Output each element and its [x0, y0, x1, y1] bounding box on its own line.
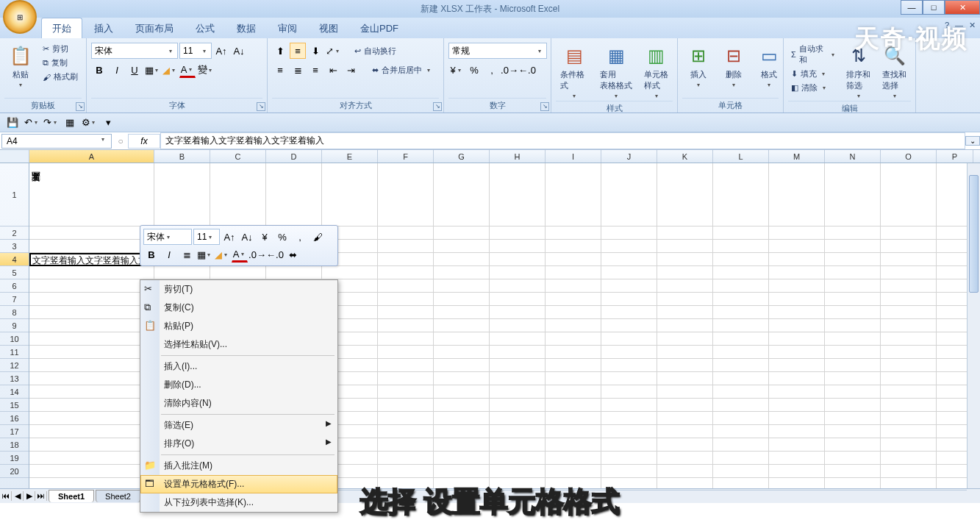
- currency-button[interactable]: ¥▾: [448, 62, 465, 78]
- ctx-filter[interactable]: 筛选(E)▶: [140, 416, 337, 435]
- tab-insert[interactable]: 插入: [84, 18, 124, 38]
- row-header-20[interactable]: 20: [0, 465, 29, 478]
- col-header-O[interactable]: O: [881, 150, 937, 163]
- mini-font-combo[interactable]: 宋体▾: [143, 229, 192, 245]
- undo-button[interactable]: ↶▾: [24, 115, 40, 131]
- row-header-12[interactable]: 12: [0, 359, 29, 372]
- expand-formula-bar[interactable]: ⌄: [965, 136, 980, 146]
- mini-dec-decimal[interactable]: ←.0: [267, 246, 283, 263]
- mini-currency[interactable]: ¥: [257, 229, 273, 245]
- office-button[interactable]: ⊞: [3, 0, 37, 34]
- row-header-5[interactable]: 5: [0, 266, 29, 279]
- col-header-K[interactable]: K: [657, 150, 713, 163]
- decrease-indent-button[interactable]: ⇤: [325, 62, 341, 78]
- col-header-C[interactable]: C: [210, 150, 266, 163]
- sheet-nav-first[interactable]: ⏮: [0, 491, 12, 501]
- ctx-pick-from-list[interactable]: 从下拉列表中选择(K)...: [140, 493, 337, 512]
- comma-button[interactable]: ,: [484, 62, 500, 78]
- align-top-button[interactable]: ⬆: [272, 43, 288, 59]
- grow-font-button[interactable]: A↑: [213, 43, 229, 59]
- percent-button[interactable]: %: [466, 62, 482, 78]
- col-header-J[interactable]: J: [601, 150, 657, 163]
- row-header-7[interactable]: 7: [0, 293, 29, 306]
- maximize-button[interactable]: □: [923, 0, 945, 15]
- align-left-button[interactable]: ≡: [272, 62, 288, 78]
- tab-pagelayout[interactable]: 页面布局: [125, 18, 184, 38]
- decrease-decimal-button[interactable]: ←.0: [519, 62, 535, 78]
- row-header-6[interactable]: 6: [0, 279, 29, 293]
- conditional-format-button[interactable]: ▤条件格式▾: [556, 43, 593, 101]
- qat-customize[interactable]: ▾: [100, 115, 116, 131]
- row-header-1[interactable]: 1: [0, 163, 29, 226]
- mini-format-painter[interactable]: 🖌: [310, 229, 326, 245]
- mini-bold[interactable]: B: [143, 246, 160, 263]
- col-header-L[interactable]: L: [713, 150, 769, 163]
- row-header-17[interactable]: 17: [0, 425, 29, 438]
- tab-pdf[interactable]: 金山PDF: [350, 18, 409, 38]
- italic-button[interactable]: I: [109, 62, 125, 78]
- col-header-B[interactable]: B: [154, 150, 210, 163]
- tab-data[interactable]: 数据: [226, 18, 266, 38]
- mini-size-combo[interactable]: 11▾: [193, 229, 220, 245]
- number-format-combo[interactable]: 常规▾: [448, 43, 547, 59]
- underline-button[interactable]: U: [126, 62, 143, 78]
- col-header-A[interactable]: A: [29, 150, 154, 163]
- format-painter-button[interactable]: 🖌格式刷: [40, 71, 81, 83]
- align-center-button[interactable]: ≣: [290, 62, 306, 78]
- clipboard-launcher[interactable]: ↘: [76, 102, 85, 111]
- insert-cells-button[interactable]: ⊞插入▾: [682, 43, 715, 90]
- align-bottom-button[interactable]: ⬇: [307, 43, 323, 59]
- paste-button[interactable]: 📋粘贴▾: [4, 43, 37, 90]
- select-all-corner[interactable]: [0, 150, 29, 163]
- redo-button[interactable]: ↷▾: [43, 115, 59, 131]
- fill-color-button[interactable]: ◢▾: [162, 62, 178, 78]
- row-header-4[interactable]: 4: [0, 253, 29, 266]
- bold-button[interactable]: B: [91, 62, 107, 78]
- fill-button[interactable]: ⬇填充▾: [788, 68, 839, 80]
- row-header-2[interactable]: 2: [0, 226, 29, 240]
- mini-align-center[interactable]: ≣: [179, 246, 195, 263]
- phonetic-button[interactable]: 變▾: [197, 62, 213, 78]
- tab-home[interactable]: 开始: [41, 18, 82, 38]
- help-icon[interactable]: ?: [945, 21, 949, 30]
- col-header-G[interactable]: G: [434, 150, 490, 163]
- ctx-insert-comment[interactable]: 📁插入批注(M): [140, 457, 337, 475]
- scrollbar-thumb[interactable]: [969, 175, 979, 293]
- increase-indent-button[interactable]: ⇥: [343, 62, 359, 78]
- merge-center-button[interactable]: ⬌合并后居中▾: [369, 62, 435, 78]
- row-header-13[interactable]: 13: [0, 372, 29, 385]
- find-select-button[interactable]: 🔍查找和 选择▾: [878, 43, 911, 101]
- row-header-18[interactable]: 18: [0, 438, 29, 452]
- col-header-D[interactable]: D: [266, 150, 322, 163]
- mini-font-color[interactable]: A▾: [232, 246, 248, 263]
- mini-comma[interactable]: ,: [292, 229, 308, 245]
- wrap-text-button[interactable]: ↩自动换行: [351, 43, 399, 59]
- col-header-H[interactable]: H: [490, 150, 546, 163]
- formula-input[interactable]: 文字竖着输入文字竖着输入文字竖着输入: [160, 132, 965, 149]
- increase-decimal-button[interactable]: .0→: [501, 62, 518, 78]
- row-header-9[interactable]: 9: [0, 319, 29, 332]
- sort-filter-button[interactable]: ⇅排序和 筛选▾: [842, 43, 875, 101]
- row-header-16[interactable]: 16: [0, 412, 29, 425]
- minimize-button[interactable]: —: [901, 0, 923, 15]
- row-header-10[interactable]: 10: [0, 332, 29, 346]
- col-header-M[interactable]: M: [769, 150, 825, 163]
- font-color-button[interactable]: A▾: [179, 62, 196, 78]
- vertical-scrollbar[interactable]: [967, 163, 980, 503]
- ctx-paste[interactable]: 📋粘贴(P): [140, 317, 337, 335]
- cancel-icon[interactable]: ○: [113, 136, 128, 146]
- format-cells-button[interactable]: ▭格式▾: [753, 43, 785, 90]
- alignment-launcher[interactable]: ↘: [433, 102, 442, 111]
- cut-button[interactable]: ✂剪切: [40, 43, 81, 55]
- mini-percent[interactable]: %: [274, 229, 290, 245]
- col-header-N[interactable]: N: [825, 150, 881, 163]
- align-right-button[interactable]: ≡: [307, 62, 323, 78]
- format-as-table-button[interactable]: ▦套用 表格格式▾: [595, 43, 637, 101]
- row-header-15[interactable]: 15: [0, 399, 29, 412]
- row-header-19[interactable]: 19: [0, 452, 29, 465]
- align-middle-button[interactable]: ≡: [290, 43, 306, 59]
- qat-button-1[interactable]: ▦: [62, 115, 78, 131]
- col-header-F[interactable]: F: [378, 150, 434, 163]
- save-button[interactable]: 💾: [4, 115, 21, 131]
- number-launcher[interactable]: ↘: [540, 102, 549, 111]
